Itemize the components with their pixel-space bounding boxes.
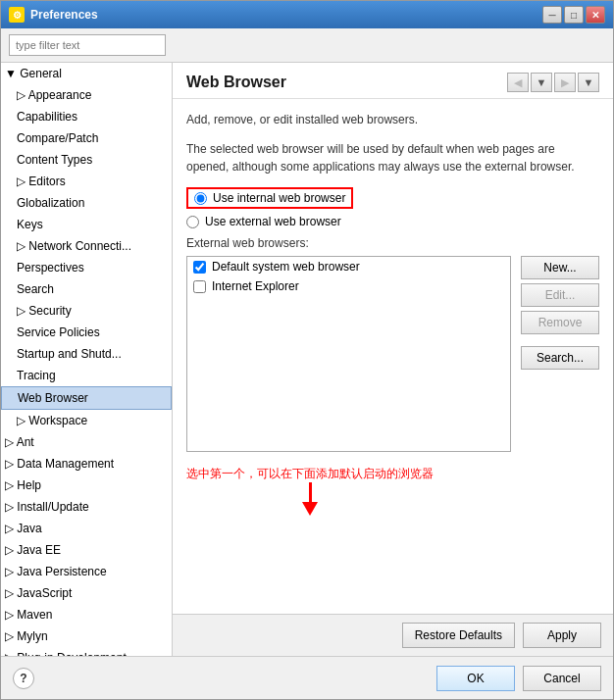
apply-button[interactable]: Apply [523,623,601,648]
sidebar-item-ant[interactable]: ▷ Ant [1,431,172,453]
sidebar-item-network-conn[interactable]: ▷ Network Connecti... [1,235,172,257]
nav-menu-button[interactable]: ▼ [578,73,599,92]
radio-external-input[interactable] [186,216,199,228]
back-button[interactable]: ◀ [507,73,529,92]
panel-title: Web Browser [186,74,286,91]
external-browsers-label: External web browsers: [186,236,599,250]
radio-internal-input[interactable] [194,192,207,205]
forward-button[interactable]: ▶ [554,73,576,92]
ok-button[interactable]: OK [436,666,515,691]
content-panel: Web Browser ◀ ▼ ▶ ▼ Add, remove, or edit… [173,63,613,656]
browsers-area: Default system web browser Internet Expl… [186,256,599,452]
remove-button[interactable]: Remove [521,311,599,334]
browser-item-ie[interactable]: Internet Explorer [187,276,510,296]
arrow-indicator [302,482,318,516]
bottom-bar: ? OK Cancel [1,656,613,699]
sidebar-item-keys[interactable]: Keys [1,214,172,235]
sidebar-item-startup[interactable]: Startup and Shutd... [1,343,172,365]
window-title: Preferences [30,8,542,22]
new-button[interactable]: New... [521,256,599,279]
minimize-button[interactable]: ─ [542,6,562,24]
arrow-head [302,502,318,516]
sidebar-item-appearance[interactable]: ▷ Appearance [1,84,172,106]
footer-buttons: Restore Defaults Apply [173,614,613,656]
search-button[interactable]: Search... [521,346,599,370]
sidebar-item-java[interactable]: ▷ Java [1,518,172,539]
sidebar-item-search[interactable]: Search [1,278,172,300]
edit-button[interactable]: Edit... [521,283,599,307]
sidebar-item-data-management[interactable]: ▷ Data Management [1,453,172,475]
arrow-stem [309,482,312,502]
radio-external-text: Use external web browser [205,215,341,228]
sidebar-item-help[interactable]: ▷ Help [1,475,172,496]
browser-label-ie: Internet Explorer [212,279,299,293]
annotation-container: 选中第一个，可以在下面添加默认启动的浏览器 [186,458,599,516]
sidebar-item-java-persistence[interactable]: ▷ Java Persistence [1,561,172,582]
maximize-button[interactable]: □ [564,6,584,24]
window-controls: ─ □ ✕ [542,6,605,24]
sidebar-item-mylyn[interactable]: ▷ Mylyn [1,625,172,647]
body-area: ▼ General ▷ Appearance Capabilities Comp… [1,63,613,656]
sidebar-item-globalization[interactable]: Globalization [1,192,172,214]
nav-buttons: ◀ ▼ ▶ ▼ [507,73,599,92]
sidebar-item-plugin-dev[interactable]: ▷ Plug-in Development [1,647,172,656]
sidebar-item-java-ee[interactable]: ▷ Java EE [1,539,172,561]
sidebar-item-install-update[interactable]: ▷ Install/Update [1,496,172,518]
panel-header: Web Browser ◀ ▼ ▶ ▼ [173,63,613,99]
browser-item-default[interactable]: Default system web browser [187,257,510,276]
sidebar-item-editors[interactable]: ▷ Editors [1,171,172,192]
preferences-window: ⚙ Preferences ─ □ ✕ ▼ General ▷ Appearan… [0,0,614,700]
window-icon: ⚙ [9,7,25,23]
help-button[interactable]: ? [13,668,34,689]
radio-internal-container: Use internal web browser [186,187,599,209]
browsers-buttons: New... Edit... Remove Search... [521,256,599,452]
sidebar-item-workspace[interactable]: ▷ Workspace [1,410,172,431]
annotation-text: 选中第一个，可以在下面添加默认启动的浏览器 [186,466,434,482]
sidebar-item-compare-patch[interactable]: Compare/Patch [1,127,172,149]
sidebar-item-perspectives[interactable]: Perspectives [1,257,172,278]
annotation-arrow-group: 选中第一个，可以在下面添加默认启动的浏览器 [186,458,434,516]
nav-dropdown-button[interactable]: ▼ [531,73,552,92]
sidebar-item-security[interactable]: ▷ Security [1,300,172,322]
sidebar-item-service-policies[interactable]: Service Policies [1,322,172,343]
sidebar-item-web-browser[interactable]: Web Browser [1,386,172,410]
cancel-button[interactable]: Cancel [523,666,601,691]
radio-internal-label[interactable]: Use internal web browser [186,187,353,209]
filter-input[interactable] [9,34,166,56]
sidebar-item-maven[interactable]: ▷ Maven [1,604,172,625]
ok-cancel-area: OK Cancel [436,666,601,691]
sidebar: ▼ General ▷ Appearance Capabilities Comp… [1,63,173,656]
sidebar-item-general[interactable]: ▼ General [1,63,172,84]
main-content: ▼ General ▷ Appearance Capabilities Comp… [1,28,613,656]
radio-external-container: Use external web browser [186,215,599,228]
browser-label-default: Default system web browser [212,260,360,274]
sidebar-item-tracing[interactable]: Tracing [1,365,172,386]
toolbar [1,28,613,63]
description-line1: Add, remove, or edit installed web brows… [186,111,599,128]
browsers-list: Default system web browser Internet Expl… [186,256,511,452]
close-button[interactable]: ✕ [586,6,605,24]
browser-checkbox-default[interactable] [193,261,206,274]
description-line2: The selected web browser will be used by… [186,140,599,175]
title-bar: ⚙ Preferences ─ □ ✕ [1,1,613,28]
sidebar-item-capabilities[interactable]: Capabilities [1,106,172,127]
panel-body: Add, remove, or edit installed web brows… [173,99,613,614]
sidebar-item-javascript[interactable]: ▷ JavaScript [1,582,172,604]
sidebar-item-content-types[interactable]: Content Types [1,149,172,171]
radio-internal-text: Use internal web browser [213,191,345,205]
restore-defaults-button[interactable]: Restore Defaults [402,623,515,648]
browser-checkbox-ie[interactable] [193,280,206,293]
